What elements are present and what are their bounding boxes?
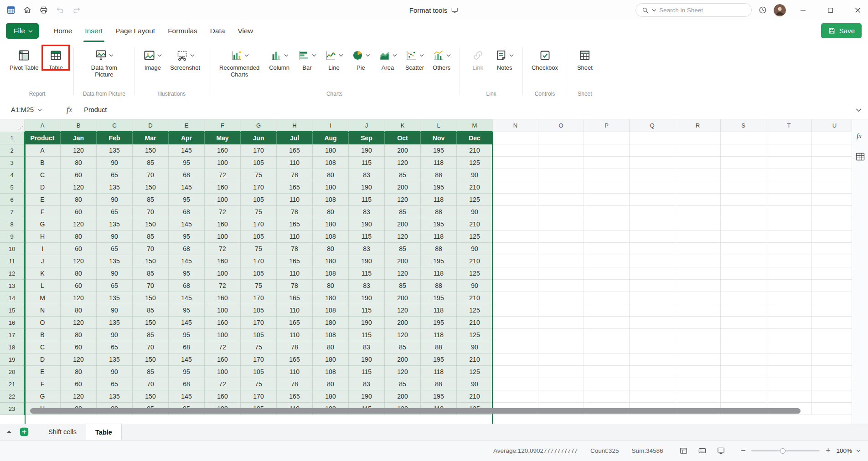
chevron-down-icon[interactable]	[109, 54, 114, 57]
grid-cell-D5[interactable]: 150	[133, 181, 169, 194]
grid-cell-D20[interactable]: 85	[133, 366, 169, 378]
grid-cell-J15[interactable]: 115	[349, 304, 385, 317]
grid-cell-F8[interactable]: 160	[205, 218, 241, 230]
grid-cell-L2[interactable]: 195	[421, 144, 457, 157]
grid-cell-G21[interactable]: 75	[241, 378, 277, 390]
grid-cell-R20[interactable]	[675, 366, 721, 378]
grid-cell-G16[interactable]: 170	[241, 317, 277, 329]
ribbon-button-others[interactable]: Others	[428, 46, 455, 73]
grid-cell-P8[interactable]	[584, 218, 630, 230]
avatar[interactable]	[774, 4, 786, 16]
grid-cell-R16[interactable]	[675, 317, 721, 329]
grid-cell-J16[interactable]: 190	[349, 317, 385, 329]
grid-cell-T11[interactable]	[766, 255, 812, 267]
grid-cell-O6[interactable]	[538, 194, 584, 206]
grid-cell-Q18[interactable]	[630, 341, 675, 353]
grid-cell-M5[interactable]: 210	[457, 181, 493, 194]
grid-cell-H13[interactable]: 78	[277, 280, 313, 292]
minimize-button[interactable]	[792, 0, 813, 20]
grid-cell-B22[interactable]: 120	[61, 390, 97, 403]
grid-cell-A1[interactable]: Product	[25, 132, 61, 144]
grid-cell-U23[interactable]	[812, 403, 852, 415]
history-icon[interactable]	[758, 5, 767, 15]
grid-cell-I15[interactable]: 108	[313, 304, 349, 317]
grid-cell-F3[interactable]: 100	[205, 157, 241, 169]
tab-view[interactable]: View	[232, 20, 259, 42]
grid-cell-U22[interactable]	[812, 390, 852, 403]
grid-cell-L7[interactable]: 88	[421, 206, 457, 218]
grid-cell-J9[interactable]: 115	[349, 230, 385, 243]
grid-cell-Q8[interactable]	[630, 218, 675, 230]
grid-cell-L10[interactable]: 88	[421, 243, 457, 255]
grid-cell-F12[interactable]: 100	[205, 267, 241, 280]
grid-cell-T4[interactable]	[766, 169, 812, 181]
grid-cell-T17[interactable]	[766, 329, 812, 341]
save-button[interactable]: Save	[821, 23, 862, 38]
grid-cell-A4[interactable]: C	[25, 169, 61, 181]
grid-cell-O3[interactable]	[538, 157, 584, 169]
grid-cell-G2[interactable]: 170	[241, 144, 277, 157]
grid-cell-U5[interactable]	[812, 181, 852, 194]
grid-cell-A16[interactable]: O	[25, 317, 61, 329]
grid-cell-Q16[interactable]	[630, 317, 675, 329]
chevron-down-icon[interactable]	[652, 9, 656, 12]
grid-cell-P16[interactable]	[584, 317, 630, 329]
grid-cell-C1[interactable]: Feb	[97, 132, 133, 144]
app-logo[interactable]	[6, 5, 16, 15]
grid-cell-T12[interactable]	[766, 267, 812, 280]
grid-cell-U8[interactable]	[812, 218, 852, 230]
grid-cell-E8[interactable]: 145	[169, 218, 205, 230]
grid-cell-D16[interactable]: 150	[133, 317, 169, 329]
grid-cell-L5[interactable]: 195	[421, 181, 457, 194]
grid-cell-C8[interactable]: 135	[97, 218, 133, 230]
grid-cell-Q4[interactable]	[630, 169, 675, 181]
grid-cell-S8[interactable]	[721, 218, 766, 230]
grid-cell-F11[interactable]: 160	[205, 255, 241, 267]
grid-cell-A17[interactable]: B	[25, 329, 61, 341]
grid-cell-O21[interactable]	[538, 378, 584, 390]
grid-cell-A3[interactable]: B	[25, 157, 61, 169]
grid-cell-N17[interactable]	[493, 329, 538, 341]
grid-cell-S12[interactable]	[721, 267, 766, 280]
column-header-H[interactable]: H	[277, 119, 313, 132]
column-header-F[interactable]: F	[205, 119, 241, 132]
grid-cell-D8[interactable]: 150	[133, 218, 169, 230]
grid-cell-C10[interactable]: 65	[97, 243, 133, 255]
grid-cell-R15[interactable]	[675, 304, 721, 317]
grid-cell-D22[interactable]: 150	[133, 390, 169, 403]
grid-cell-U19[interactable]	[812, 353, 852, 366]
grid-cell-I22[interactable]: 180	[313, 390, 349, 403]
grid-cell-P10[interactable]	[584, 243, 630, 255]
grid-cell-K14[interactable]: 200	[385, 292, 421, 304]
column-header-M[interactable]: M	[457, 119, 493, 132]
grid-cell-Q6[interactable]	[630, 194, 675, 206]
grid-cell-T5[interactable]	[766, 181, 812, 194]
column-header-C[interactable]: C	[97, 119, 133, 132]
grid-cell-C16[interactable]: 135	[97, 317, 133, 329]
grid-cell-J12[interactable]: 115	[349, 267, 385, 280]
row-header-15[interactable]: 15	[0, 304, 25, 317]
grid-cell-H2[interactable]: 165	[277, 144, 313, 157]
grid-cell-O15[interactable]	[538, 304, 584, 317]
grid-cell-I18[interactable]: 80	[313, 341, 349, 353]
grid-cell-F14[interactable]: 160	[205, 292, 241, 304]
grid-cell-S4[interactable]	[721, 169, 766, 181]
ribbon-button-line[interactable]: Line	[320, 46, 347, 73]
grid-cell-J17[interactable]: 115	[349, 329, 385, 341]
grid-cell-H6[interactable]: 110	[277, 194, 313, 206]
grid-cell-Q14[interactable]	[630, 292, 675, 304]
grid-cell-E3[interactable]: 95	[169, 157, 205, 169]
grid-cell-K3[interactable]: 120	[385, 157, 421, 169]
grid-cell-K5[interactable]: 200	[385, 181, 421, 194]
column-header-B[interactable]: B	[61, 119, 97, 132]
ribbon-button-scatter[interactable]: Scatter	[401, 46, 428, 73]
grid-cell-U20[interactable]	[812, 366, 852, 378]
grid-cell-F20[interactable]: 100	[205, 366, 241, 378]
column-header-U[interactable]: U	[812, 119, 852, 132]
grid-cell-D1[interactable]: Mar	[133, 132, 169, 144]
grid-cell-B11[interactable]: 120	[61, 255, 97, 267]
grid-cell-H1[interactable]: Jul	[277, 132, 313, 144]
grid-cell-E11[interactable]: 145	[169, 255, 205, 267]
row-header-19[interactable]: 19	[0, 353, 25, 366]
grid-cell-S10[interactable]	[721, 243, 766, 255]
